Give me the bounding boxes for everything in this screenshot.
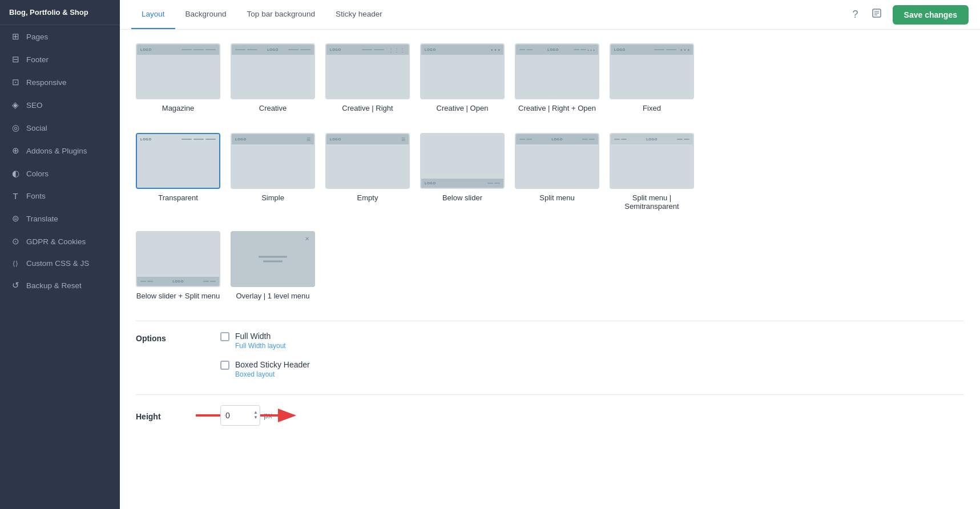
- layout-row-1: LOGO Magazine LOGO: [136, 43, 964, 112]
- layout-card-fixed[interactable]: LOGO • • • Fixed: [610, 43, 694, 112]
- layout-card-creative-right-open[interactable]: LOGO • • • Creative | Right + Open: [515, 43, 599, 112]
- layout-label-below-slider: Below slider: [442, 193, 482, 202]
- layout-card-creative[interactable]: LOGO Creative: [231, 43, 315, 112]
- save-button[interactable]: Save changes: [893, 5, 969, 25]
- sidebar-item-addons[interactable]: ⊕ Addons & Plugins: [0, 139, 120, 162]
- footer-icon: ⊟: [10, 54, 21, 64]
- sidebar-label-responsive: Responsive: [26, 78, 67, 87]
- layout-label-below-split: Below slider + Split menu: [136, 292, 220, 300]
- layout-thumb-creative-open: LOGO • • •: [420, 43, 505, 99]
- topnav-tabs: Layout Background Top bar background Sti…: [131, 0, 393, 29]
- thumb-body: [421, 134, 503, 176]
- thumb-bar: LOGO ≡: [326, 134, 409, 144]
- sidebar-item-gdpr[interactable]: ⊙ GDPR & Cookies: [0, 230, 120, 253]
- thumb-body: [326, 144, 409, 188]
- seo-icon: ◈: [10, 100, 21, 110]
- layout-card-empty[interactable]: LOGO ≡ Empty: [325, 133, 410, 211]
- thumb-logo: LOGO: [267, 48, 279, 51]
- tab-topbar[interactable]: Top bar background: [237, 0, 325, 29]
- layout-thumb-overlay: ✕: [231, 231, 315, 287]
- thumb-logo: LOGO: [425, 48, 436, 51]
- boxed-sticky-text: Boxed Sticky Header Boxed layout: [235, 360, 310, 378]
- sidebar-item-customcss[interactable]: ⟨⟩ Custom CSS & JS: [0, 253, 120, 274]
- translate-icon: ⊜: [10, 213, 21, 224]
- height-decrement[interactable]: ▼: [253, 415, 258, 421]
- sidebar-item-backup[interactable]: ↺ Backup & Reset: [0, 274, 120, 297]
- thumb-overlay-lines: [259, 256, 287, 262]
- sidebar-item-footer[interactable]: ⊟ Footer: [0, 48, 120, 71]
- sidebar-label-gdpr: GDPR & Cookies: [26, 237, 86, 246]
- thumb-bar: LOGO: [232, 45, 314, 55]
- sidebar-item-fonts[interactable]: T Fonts: [0, 185, 120, 207]
- tab-sticky[interactable]: Sticky header: [325, 0, 393, 29]
- thumb-bar-below: LOGO: [137, 277, 219, 286]
- sidebar-item-translate[interactable]: ⊜ Translate: [0, 207, 120, 230]
- thumb-logo: LOGO: [425, 181, 436, 185]
- tab-layout[interactable]: Layout: [131, 0, 175, 29]
- layout-card-split-menu-semi[interactable]: LOGO Split menu | Semitransparent: [610, 133, 694, 211]
- layout-thumb-below-split: LOGO: [136, 231, 220, 287]
- thumb-bar-below: LOGO: [421, 179, 503, 188]
- boxed-sticky-checkbox[interactable]: [220, 361, 229, 370]
- layout-thumb-creative-right-open: LOGO • • •: [515, 43, 599, 99]
- layout-label-creative-right: Creative | Right: [342, 104, 393, 112]
- layout-label-simple: Simple: [261, 193, 284, 202]
- notes-button[interactable]: [869, 5, 885, 24]
- layout-thumb-empty: LOGO ≡: [325, 133, 410, 189]
- layout-card-creative-right[interactable]: LOGO ⋮⋮⋮ Creative | Right: [325, 43, 410, 112]
- thumb-body: [611, 55, 693, 98]
- options-column: Full Width Full Width layout Boxed Stick…: [220, 332, 310, 378]
- sidebar-item-responsive[interactable]: ⊡ Responsive: [0, 71, 120, 94]
- sidebar-label-social: Social: [26, 124, 47, 132]
- thumb-lines: [654, 49, 676, 50]
- fonts-icon: T: [10, 191, 21, 201]
- thumb-body: [137, 55, 219, 98]
- sidebar-item-seo[interactable]: ◈ SEO: [0, 94, 120, 116]
- full-width-checkbox[interactable]: [220, 332, 229, 341]
- layout-row-2: LOGO Transparent LOGO ≡: [136, 133, 964, 211]
- overlay-line-short: [263, 261, 283, 262]
- sidebar-item-pages[interactable]: ⊞ Pages: [0, 25, 120, 48]
- layout-card-creative-open[interactable]: LOGO • • • Creative | Open: [420, 43, 505, 112]
- thumb-body: [232, 144, 314, 188]
- layout-card-simple[interactable]: LOGO ≡ Simple: [231, 133, 315, 211]
- thumb-body: [137, 232, 219, 274]
- layout-label-overlay: Overlay | 1 level menu: [236, 292, 309, 300]
- sidebar-label-pages: Pages: [26, 33, 48, 41]
- layout-label-split-menu: Split menu: [539, 193, 574, 202]
- sidebar-label-addons: Addons & Plugins: [26, 147, 87, 155]
- full-width-text: Full Width Full Width layout: [235, 332, 286, 350]
- layout-label-magazine: Magazine: [162, 104, 194, 112]
- layout-label-fixed: Fixed: [643, 104, 661, 112]
- layout-thumb-creative-right: LOGO ⋮⋮⋮: [325, 43, 410, 99]
- layout-card-magazine[interactable]: LOGO Magazine: [136, 43, 220, 112]
- help-button[interactable]: ?: [850, 6, 861, 23]
- option-full-width: Full Width Full Width layout: [220, 332, 310, 350]
- tab-background[interactable]: Background: [175, 0, 237, 29]
- layout-card-below-slider[interactable]: LOGO Below slider: [420, 133, 505, 211]
- thumb-body: [516, 55, 598, 98]
- sidebar-label-backup: Backup & Reset: [26, 281, 82, 290]
- height-label: Height: [136, 410, 193, 421]
- divider-2: [136, 394, 964, 395]
- thumb-logo: LOGO: [172, 280, 184, 283]
- layout-thumb-transparent: LOGO: [136, 133, 220, 189]
- layout-card-below-split[interactable]: LOGO Below slider + Split menu: [136, 231, 220, 300]
- sidebar-label-seo: SEO: [26, 101, 43, 110]
- gdpr-icon: ⊙: [10, 236, 21, 247]
- sidebar-item-social[interactable]: ◎ Social: [0, 116, 120, 139]
- sidebar-label-colors: Colors: [26, 169, 49, 178]
- colors-icon: ◐: [10, 168, 21, 179]
- layout-thumb-fixed: LOGO • • •: [610, 43, 694, 99]
- sidebar-item-colors[interactable]: ◐ Colors: [0, 162, 120, 185]
- layout-card-overlay[interactable]: ✕ Overlay | 1 level menu: [231, 231, 315, 300]
- layout-thumb-magazine: LOGO: [136, 43, 220, 99]
- sidebar-label-footer: Footer: [26, 55, 49, 64]
- thumb-lines: [288, 49, 310, 50]
- thumb-bar: LOGO ≡: [232, 134, 314, 144]
- layout-card-transparent[interactable]: LOGO Transparent: [136, 133, 220, 211]
- addons-icon: ⊕: [10, 146, 21, 156]
- full-width-subtitle: Full Width layout: [235, 342, 286, 350]
- thumb-lines: [235, 49, 257, 50]
- layout-card-split-menu[interactable]: LOGO Split menu: [515, 133, 599, 211]
